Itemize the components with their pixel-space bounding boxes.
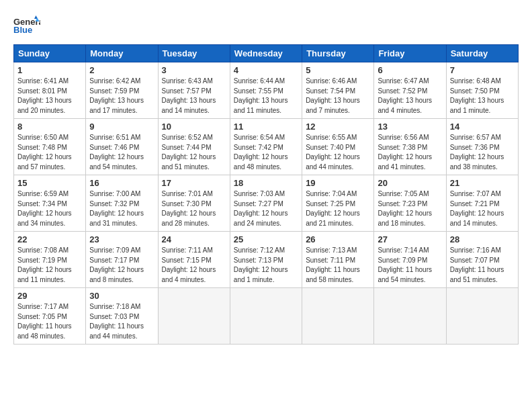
day-detail: Sunrise: 7:11 AMSunset: 7:15 PMDaylight:… <box>162 246 226 285</box>
calendar-cell: 14Sunrise: 6:57 AMSunset: 7:36 PMDayligh… <box>446 119 518 175</box>
weekday-header: Thursday <box>302 45 374 62</box>
day-detail: Sunrise: 7:17 AMSunset: 7:05 PMDaylight:… <box>17 302 82 341</box>
day-number: 23 <box>89 234 154 244</box>
weekday-header: Friday <box>374 45 446 62</box>
calendar-cell: 9Sunrise: 6:51 AMSunset: 7:46 PMDaylight… <box>86 119 158 175</box>
calendar-cell: 30Sunrise: 7:18 AMSunset: 7:03 PMDayligh… <box>86 288 158 345</box>
day-detail: Sunrise: 6:55 AMSunset: 7:40 PMDaylight:… <box>306 133 370 172</box>
calendar-week-row: 1Sunrise: 6:41 AMSunset: 8:01 PMDaylight… <box>14 62 519 119</box>
calendar-cell: 2Sunrise: 6:42 AMSunset: 7:59 PMDaylight… <box>86 62 158 119</box>
day-detail: Sunrise: 6:42 AMSunset: 7:59 PMDaylight:… <box>89 77 154 116</box>
day-number: 2 <box>89 65 154 75</box>
calendar-week-row: 22Sunrise: 7:08 AMSunset: 7:19 PMDayligh… <box>14 232 519 288</box>
day-number: 1 <box>17 65 82 75</box>
day-number: 28 <box>450 234 515 244</box>
calendar-cell: 29Sunrise: 7:17 AMSunset: 7:05 PMDayligh… <box>14 288 86 345</box>
day-detail: Sunrise: 7:14 AMSunset: 7:09 PMDaylight:… <box>378 246 442 285</box>
calendar-cell: 19Sunrise: 7:04 AMSunset: 7:25 PMDayligh… <box>302 175 374 232</box>
calendar-cell: 1Sunrise: 6:41 AMSunset: 8:01 PMDaylight… <box>14 62 86 119</box>
day-detail: Sunrise: 7:00 AMSunset: 7:32 PMDaylight:… <box>89 189 154 228</box>
day-number: 29 <box>17 291 82 301</box>
calendar-cell: 22Sunrise: 7:08 AMSunset: 7:19 PMDayligh… <box>14 232 86 288</box>
calendar-cell: 26Sunrise: 7:13 AMSunset: 7:11 PMDayligh… <box>302 232 374 288</box>
day-detail: Sunrise: 7:16 AMSunset: 7:07 PMDaylight:… <box>450 246 515 285</box>
day-detail: Sunrise: 6:48 AMSunset: 7:50 PMDaylight:… <box>450 77 515 116</box>
calendar-cell: 6Sunrise: 6:47 AMSunset: 7:52 PMDaylight… <box>374 62 446 119</box>
day-number: 14 <box>450 122 515 132</box>
calendar-cell: 20Sunrise: 7:05 AMSunset: 7:23 PMDayligh… <box>374 175 446 232</box>
day-detail: Sunrise: 6:57 AMSunset: 7:36 PMDaylight:… <box>450 133 515 172</box>
day-number: 18 <box>234 178 298 188</box>
day-detail: Sunrise: 6:50 AMSunset: 7:48 PMDaylight:… <box>17 133 82 172</box>
day-detail: Sunrise: 6:46 AMSunset: 7:54 PMDaylight:… <box>306 77 370 116</box>
day-detail: Sunrise: 7:13 AMSunset: 7:11 PMDaylight:… <box>306 246 370 285</box>
day-number: 10 <box>162 122 226 132</box>
day-number: 21 <box>450 178 515 188</box>
calendar-cell <box>374 288 446 345</box>
day-number: 30 <box>89 291 154 301</box>
day-number: 25 <box>234 234 298 244</box>
day-detail: Sunrise: 7:12 AMSunset: 7:13 PMDaylight:… <box>234 246 298 285</box>
day-detail: Sunrise: 6:56 AMSunset: 7:38 PMDaylight:… <box>378 133 442 172</box>
calendar-cell <box>446 288 518 345</box>
header: General Blue <box>13 11 519 38</box>
calendar-cell: 15Sunrise: 6:59 AMSunset: 7:34 PMDayligh… <box>14 175 86 232</box>
day-detail: Sunrise: 7:05 AMSunset: 7:23 PMDaylight:… <box>378 189 442 228</box>
day-number: 6 <box>378 65 442 75</box>
svg-text:Blue: Blue <box>13 25 32 35</box>
calendar-cell <box>158 288 230 345</box>
day-number: 12 <box>306 122 370 132</box>
day-detail: Sunrise: 6:47 AMSunset: 7:52 PMDaylight:… <box>378 77 442 116</box>
day-detail: Sunrise: 6:51 AMSunset: 7:46 PMDaylight:… <box>89 133 154 172</box>
calendar-cell: 18Sunrise: 7:03 AMSunset: 7:27 PMDayligh… <box>230 175 302 232</box>
day-detail: Sunrise: 7:08 AMSunset: 7:19 PMDaylight:… <box>17 246 82 285</box>
day-number: 15 <box>17 178 82 188</box>
day-number: 5 <box>306 65 370 75</box>
day-detail: Sunrise: 7:18 AMSunset: 7:03 PMDaylight:… <box>89 302 154 341</box>
day-number: 11 <box>234 122 298 132</box>
day-number: 4 <box>234 65 298 75</box>
calendar-table: SundayMondayTuesdayWednesdayThursdayFrid… <box>13 44 519 345</box>
calendar-week-row: 15Sunrise: 6:59 AMSunset: 7:34 PMDayligh… <box>14 175 519 232</box>
calendar-cell: 25Sunrise: 7:12 AMSunset: 7:13 PMDayligh… <box>230 232 302 288</box>
day-detail: Sunrise: 6:52 AMSunset: 7:44 PMDaylight:… <box>162 133 226 172</box>
logo: General Blue <box>13 13 40 38</box>
calendar-cell: 24Sunrise: 7:11 AMSunset: 7:15 PMDayligh… <box>158 232 230 288</box>
calendar-cell: 17Sunrise: 7:01 AMSunset: 7:30 PMDayligh… <box>158 175 230 232</box>
day-detail: Sunrise: 7:01 AMSunset: 7:30 PMDaylight:… <box>162 189 226 228</box>
calendar-cell: 27Sunrise: 7:14 AMSunset: 7:09 PMDayligh… <box>374 232 446 288</box>
day-detail: Sunrise: 6:59 AMSunset: 7:34 PMDaylight:… <box>17 189 82 228</box>
day-number: 22 <box>17 234 82 244</box>
calendar-cell: 28Sunrise: 7:16 AMSunset: 7:07 PMDayligh… <box>446 232 518 288</box>
day-detail: Sunrise: 6:43 AMSunset: 7:57 PMDaylight:… <box>162 77 226 116</box>
calendar-cell: 12Sunrise: 6:55 AMSunset: 7:40 PMDayligh… <box>302 119 374 175</box>
day-number: 27 <box>378 234 442 244</box>
calendar-cell: 11Sunrise: 6:54 AMSunset: 7:42 PMDayligh… <box>230 119 302 175</box>
day-number: 26 <box>306 234 370 244</box>
calendar-cell <box>230 288 302 345</box>
calendar-week-row: 29Sunrise: 7:17 AMSunset: 7:05 PMDayligh… <box>14 288 519 345</box>
day-number: 7 <box>450 65 515 75</box>
day-detail: Sunrise: 6:41 AMSunset: 8:01 PMDaylight:… <box>17 77 82 116</box>
day-number: 19 <box>306 178 370 188</box>
day-number: 20 <box>378 178 442 188</box>
calendar-cell: 10Sunrise: 6:52 AMSunset: 7:44 PMDayligh… <box>158 119 230 175</box>
day-detail: Sunrise: 7:09 AMSunset: 7:17 PMDaylight:… <box>89 246 154 285</box>
day-number: 3 <box>162 65 226 75</box>
weekday-header: Saturday <box>446 45 518 62</box>
day-number: 16 <box>89 178 154 188</box>
page: General Blue SundayMondayTuesdayWednesda… <box>0 0 532 351</box>
day-detail: Sunrise: 6:44 AMSunset: 7:55 PMDaylight:… <box>234 77 298 116</box>
calendar-week-row: 8Sunrise: 6:50 AMSunset: 7:48 PMDaylight… <box>14 119 519 175</box>
weekday-header: Tuesday <box>158 45 230 62</box>
calendar-cell: 4Sunrise: 6:44 AMSunset: 7:55 PMDaylight… <box>230 62 302 119</box>
calendar-cell: 7Sunrise: 6:48 AMSunset: 7:50 PMDaylight… <box>446 62 518 119</box>
calendar-cell: 5Sunrise: 6:46 AMSunset: 7:54 PMDaylight… <box>302 62 374 119</box>
calendar-cell: 3Sunrise: 6:43 AMSunset: 7:57 PMDaylight… <box>158 62 230 119</box>
weekday-header: Monday <box>86 45 158 62</box>
day-number: 24 <box>162 234 226 244</box>
day-detail: Sunrise: 6:54 AMSunset: 7:42 PMDaylight:… <box>234 133 298 172</box>
calendar-cell: 8Sunrise: 6:50 AMSunset: 7:48 PMDaylight… <box>14 119 86 175</box>
day-number: 8 <box>17 122 82 132</box>
day-detail: Sunrise: 7:04 AMSunset: 7:25 PMDaylight:… <box>306 189 370 228</box>
